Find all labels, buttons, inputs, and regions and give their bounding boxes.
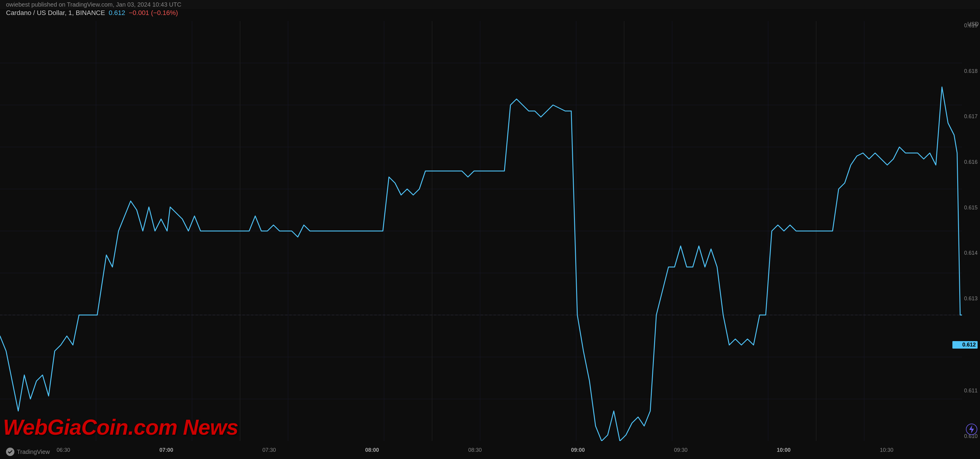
pair-title: Cardano / US Dollar, 1, BINANCE — [6, 9, 105, 17]
y-label-current: 0.612 — [952, 341, 978, 349]
watermark: WebGiaCoin.com News — [3, 415, 238, 440]
tradingview-icon — [6, 448, 14, 456]
x-label-0900: 09:00 — [571, 447, 585, 453]
x-label-1000: 10:00 — [777, 447, 791, 453]
x-label-1030: 10:30 — [880, 447, 893, 453]
y-label-0617: 0.617 — [952, 113, 978, 120]
x-label-0800: 08:00 — [365, 447, 379, 453]
chart-container: owiebest published on TradingView.com, J… — [0, 0, 980, 459]
y-label-0616: 0.616 — [952, 159, 978, 165]
tradingview-text: TradingView — [17, 448, 50, 456]
x-label-0630: 06:30 — [57, 447, 70, 453]
x-label-0830: 08:30 — [468, 447, 482, 453]
svg-marker-25 — [969, 425, 974, 434]
tradingview-logo: TradingView — [6, 448, 50, 456]
y-label-0611: 0.611 — [952, 388, 978, 394]
x-label-0930: 09:30 — [674, 447, 687, 453]
published-text: owiebest published on TradingView.com, J… — [6, 1, 181, 8]
lightning-button[interactable] — [966, 423, 978, 437]
published-info: owiebest published on TradingView.com, J… — [0, 0, 980, 9]
price-chart-svg — [0, 21, 962, 441]
title-row: Cardano / US Dollar, 1, BINANCE 0.612 −0… — [6, 9, 178, 17]
current-price-label: 0.612 — [109, 9, 125, 17]
price-change-label: −0.001 (−0.16%) — [129, 9, 178, 17]
y-label-0613: 0.613 — [952, 295, 978, 302]
y-label-0615: 0.615 — [952, 205, 978, 211]
x-label-0700: 07:00 — [159, 447, 173, 453]
currency-label: USD — [967, 21, 979, 27]
x-label-0730: 07:30 — [262, 447, 276, 453]
y-label-0618: 0.618 — [952, 68, 978, 75]
lightning-icon — [966, 423, 978, 435]
y-label-0614: 0.614 — [952, 250, 978, 256]
chart-area — [0, 21, 962, 441]
